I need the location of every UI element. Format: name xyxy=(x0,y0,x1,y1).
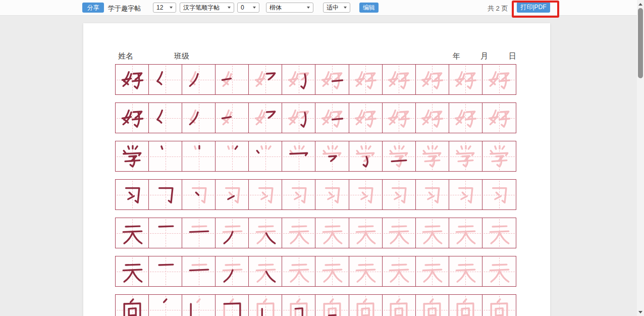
character-strokes xyxy=(319,221,345,245)
select-template-type[interactable]: 汉字笔顺字帖 xyxy=(180,3,234,13)
grid-cell xyxy=(149,141,182,171)
practice-grid xyxy=(115,64,516,316)
name-label: 姓名 xyxy=(118,51,133,61)
grid-cell xyxy=(383,103,416,133)
grid-cell xyxy=(149,65,182,94)
grid-cell xyxy=(416,103,449,133)
practice-row xyxy=(115,256,516,287)
scrollbar-thumb[interactable] xyxy=(638,8,643,78)
print-pdf-button[interactable]: 打印|PDF xyxy=(517,2,550,13)
character-strokes xyxy=(352,298,379,316)
character-strokes xyxy=(252,221,279,245)
grid-cell xyxy=(116,141,149,171)
scroll-up-button[interactable] xyxy=(637,1,644,8)
grid-cell xyxy=(282,218,315,248)
practice-row xyxy=(115,102,516,133)
character-strokes xyxy=(186,221,212,245)
grid-cell xyxy=(149,218,182,248)
character-strokes xyxy=(119,106,145,130)
character-strokes xyxy=(486,259,512,284)
grid-cell xyxy=(482,180,516,209)
character-strokes xyxy=(252,298,279,316)
practice-row xyxy=(115,64,516,95)
character-strokes xyxy=(252,68,279,92)
character-strokes xyxy=(452,259,478,284)
character-strokes xyxy=(119,259,145,284)
select-density[interactable]: 适中 xyxy=(323,3,350,13)
character-strokes xyxy=(286,298,312,316)
character-strokes xyxy=(219,106,245,130)
grid-cell xyxy=(315,218,349,248)
grid-cell xyxy=(149,295,182,316)
character-strokes xyxy=(319,106,345,130)
grid-cell xyxy=(315,180,349,209)
arrow-down-icon xyxy=(638,311,642,313)
character-strokes xyxy=(252,106,279,130)
grid-cell xyxy=(249,141,282,171)
character-strokes xyxy=(119,144,145,169)
character-strokes xyxy=(352,259,379,284)
grid-cell xyxy=(482,295,516,316)
edit-button[interactable]: 编辑 xyxy=(359,3,379,13)
grid-cell xyxy=(315,65,349,94)
grid-cell xyxy=(482,256,516,286)
practice-row xyxy=(115,218,516,248)
character-strokes xyxy=(286,259,312,284)
grid-cell xyxy=(282,180,315,209)
arrow-up-icon xyxy=(638,3,642,6)
toolbar: 分享 学于趣字帖 12 汉字笔顺字帖 0 楷体 适中 编辑 共 2 页 打印|P… xyxy=(0,0,644,16)
grid-cell xyxy=(116,295,149,316)
character-strokes xyxy=(186,106,212,130)
grid-cell xyxy=(383,141,416,171)
character-strokes xyxy=(152,183,179,207)
grid-cell xyxy=(349,295,383,316)
character-strokes xyxy=(219,298,245,316)
grid-cell xyxy=(216,65,249,94)
select-number[interactable]: 0 xyxy=(237,3,259,13)
vertical-scrollbar[interactable] xyxy=(637,0,644,316)
character-strokes xyxy=(219,183,245,207)
grid-cell xyxy=(149,256,182,286)
character-strokes xyxy=(452,221,478,245)
select-number-value: 0 xyxy=(241,4,244,11)
character-strokes xyxy=(119,68,145,92)
grid-cell xyxy=(282,295,315,316)
grid-cell xyxy=(216,256,249,286)
select-font-family-value: 楷体 xyxy=(270,4,282,12)
grid-cell xyxy=(216,180,249,209)
character-strokes xyxy=(319,259,345,284)
worksheet-page: 姓名 班级 年 月 日 xyxy=(83,23,550,316)
character-strokes xyxy=(419,183,445,207)
character-strokes xyxy=(452,298,478,316)
character-strokes xyxy=(419,221,445,245)
share-button[interactable]: 分享 xyxy=(82,3,104,13)
character-strokes xyxy=(386,221,412,245)
scroll-down-button[interactable] xyxy=(637,308,644,315)
month-label: 月 xyxy=(480,51,488,61)
character-strokes xyxy=(486,106,512,130)
character-strokes xyxy=(286,221,312,245)
grid-cell xyxy=(216,218,249,248)
day-label: 日 xyxy=(509,51,516,61)
page-count-text: 共 2 页 xyxy=(488,4,508,13)
character-strokes xyxy=(419,144,445,169)
grid-cell xyxy=(315,141,349,171)
grid-cell xyxy=(116,256,149,286)
practice-row xyxy=(115,179,516,210)
select-font-size[interactable]: 12 xyxy=(153,3,176,13)
grid-cell xyxy=(449,141,482,171)
grid-cell xyxy=(216,103,249,133)
character-strokes xyxy=(452,106,478,130)
character-strokes xyxy=(452,68,478,92)
character-strokes xyxy=(286,144,312,169)
grid-cell xyxy=(315,103,349,133)
character-strokes xyxy=(386,183,412,207)
grid-cell xyxy=(182,141,216,171)
select-font-family[interactable]: 楷体 xyxy=(266,3,313,13)
grid-cell xyxy=(282,141,315,171)
grid-cell xyxy=(449,103,482,133)
character-strokes xyxy=(152,68,179,92)
character-strokes xyxy=(119,221,145,245)
grid-cell xyxy=(383,256,416,286)
character-strokes xyxy=(319,298,345,316)
